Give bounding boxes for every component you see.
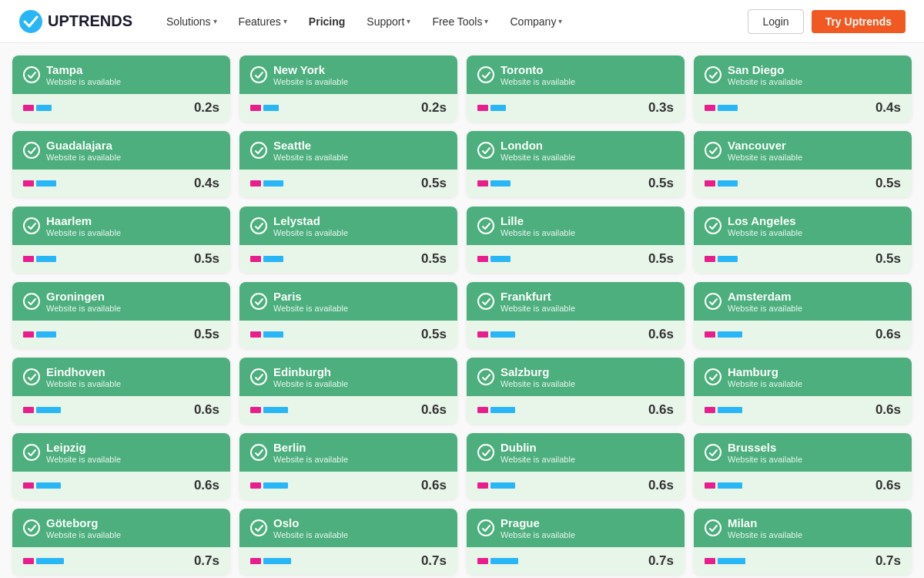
card-bar xyxy=(250,331,283,338)
card-toronto: TorontoWebsite is available0.3s xyxy=(467,55,685,122)
card-city: Lelystad xyxy=(273,214,348,228)
card-city: Vancouver xyxy=(728,139,802,153)
bar-blue xyxy=(263,180,283,187)
card-header: SeattleWebsite is available xyxy=(239,131,457,170)
card-status: Website is available xyxy=(500,153,575,162)
bar-pink xyxy=(23,180,34,187)
card-bar xyxy=(705,558,745,564)
card-city: London xyxy=(500,139,575,153)
card-header: EindhovenWebsite is available xyxy=(12,358,230,396)
nav-item-pricing[interactable]: Pricing xyxy=(300,9,354,34)
card-title-block: SeattleWebsite is available xyxy=(273,139,348,162)
card-header: LeipzigWebsite is available xyxy=(12,433,230,472)
card-header: GuadalajaraWebsite is available xyxy=(12,131,230,170)
bar-pink xyxy=(705,180,715,187)
card-header: San DiegoWebsite is available xyxy=(694,55,912,94)
card-time: 0.5s xyxy=(421,327,447,342)
card-milan: MilanWebsite is available0.7s xyxy=(694,509,912,575)
card-status: Website is available xyxy=(46,455,121,464)
check-icon xyxy=(705,519,721,536)
check-icon xyxy=(705,66,721,83)
card-title-block: BrusselsWebsite is available xyxy=(728,441,802,464)
card-bar xyxy=(477,407,515,413)
bar-blue xyxy=(490,105,506,111)
check-icon xyxy=(23,444,40,461)
check-icon xyxy=(23,66,40,83)
bar-blue xyxy=(490,256,511,262)
card-time: 0.6s xyxy=(875,402,901,418)
card-status: Website is available xyxy=(728,379,802,388)
card-title-block: LelystadWebsite is available xyxy=(273,214,348,237)
card-status: Website is available xyxy=(273,304,348,313)
card-los-angeles: Los AngelesWebsite is available0.5s xyxy=(694,207,912,273)
nav-item-company[interactable]: Company▾ xyxy=(500,9,571,34)
nav-item-features[interactable]: Features▾ xyxy=(229,9,296,34)
bar-pink xyxy=(477,256,488,262)
bar-pink xyxy=(705,256,715,262)
card-title-block: Los AngelesWebsite is available xyxy=(728,214,802,237)
card-body: 0.4s xyxy=(12,170,230,197)
card-status: Website is available xyxy=(273,379,348,388)
card-berlin: BerlinWebsite is available0.6s xyxy=(239,433,457,499)
card-bar xyxy=(477,482,515,489)
card-tampa: TampaWebsite is available0.2s xyxy=(12,55,230,122)
card-city: San Diego xyxy=(728,63,802,77)
card-header: BerlinWebsite is available xyxy=(239,433,457,472)
card-time: 0.6s xyxy=(648,327,674,342)
card-city: Toronto xyxy=(500,63,575,77)
card-leipzig: LeipzigWebsite is available0.6s xyxy=(12,433,230,499)
card-amsterdam: AmsterdamWebsite is available0.6s xyxy=(694,282,912,348)
chevron-down-icon: ▾ xyxy=(283,17,287,25)
bar-blue xyxy=(263,558,291,564)
card-status: Website is available xyxy=(728,455,802,464)
card-time: 0.6s xyxy=(648,478,674,493)
card-status: Website is available xyxy=(728,530,802,539)
card-title-block: EindhovenWebsite is available xyxy=(46,365,121,388)
card-status: Website is available xyxy=(728,228,802,237)
card-bar xyxy=(250,407,288,413)
card-title-block: EdinburghWebsite is available xyxy=(273,365,348,388)
card-edinburgh: EdinburghWebsite is available0.6s xyxy=(239,358,457,424)
card-title-block: LeipzigWebsite is available xyxy=(46,441,121,464)
card-time: 0.5s xyxy=(194,327,219,342)
card-body: 0.5s xyxy=(239,321,457,348)
card-header: New YorkWebsite is available xyxy=(239,55,457,94)
card-title-block: FrankfurtWebsite is available xyxy=(500,290,575,313)
card-body: 0.6s xyxy=(239,396,457,424)
card-time: 0.7s xyxy=(648,553,674,569)
card-city: Frankfurt xyxy=(500,290,575,304)
card-city: Paris xyxy=(273,290,348,304)
card-body: 0.5s xyxy=(694,245,912,273)
bar-blue xyxy=(36,256,56,262)
card-body: 0.7s xyxy=(467,547,685,575)
card-header: LondonWebsite is available xyxy=(467,131,685,170)
logo[interactable]: UPTRENDS xyxy=(18,9,132,34)
card-frankfurt: FrankfurtWebsite is available0.6s xyxy=(467,282,685,348)
card-body: 0.6s xyxy=(467,321,685,348)
nav-item-support[interactable]: Support▾ xyxy=(357,9,420,34)
card-header: EdinburghWebsite is available xyxy=(239,358,457,396)
card-title-block: GöteborgWebsite is available xyxy=(46,516,121,539)
card-eindhoven: EindhovenWebsite is available0.6s xyxy=(12,358,230,424)
card-title-block: GroningenWebsite is available xyxy=(46,290,121,313)
cards-grid: TampaWebsite is available0.2sNew YorkWeb… xyxy=(12,55,912,575)
card-time: 0.2s xyxy=(421,100,447,116)
bar-blue xyxy=(36,105,52,111)
login-button[interactable]: Login xyxy=(748,9,803,34)
card-haarlem: HaarlemWebsite is available0.5s xyxy=(12,207,230,273)
card-city: Salzburg xyxy=(500,365,575,379)
card-header: HamburgWebsite is available xyxy=(694,358,912,396)
bar-blue xyxy=(490,331,515,338)
chevron-down-icon: ▾ xyxy=(407,17,410,25)
nav-item-solutions[interactable]: Solutions▾ xyxy=(157,9,226,34)
check-icon xyxy=(477,66,494,83)
card-time: 0.2s xyxy=(194,100,219,116)
nav-item-free-tools[interactable]: Free Tools▾ xyxy=(423,9,497,34)
bar-pink xyxy=(23,105,34,111)
try-button[interactable]: Try Uptrends xyxy=(812,10,906,33)
card-bar xyxy=(477,105,506,111)
card-status: Website is available xyxy=(273,77,348,86)
bar-blue xyxy=(718,180,738,187)
bar-pink xyxy=(705,482,715,489)
card-oslo: OsloWebsite is available0.7s xyxy=(239,509,457,575)
